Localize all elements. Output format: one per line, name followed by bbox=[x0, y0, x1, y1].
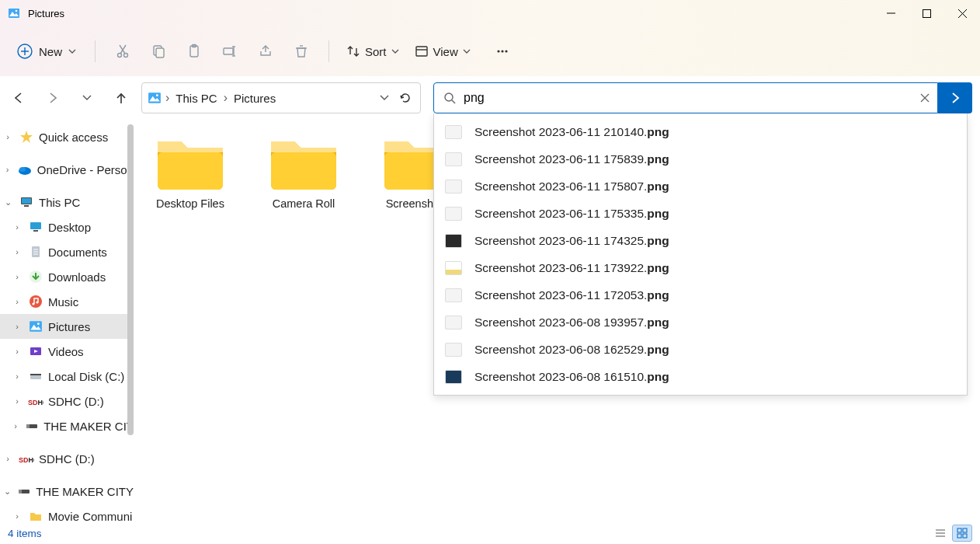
cut-button[interactable] bbox=[106, 36, 139, 67]
suggestion-text: Screenshot 2023-06-11 174325.png bbox=[474, 234, 669, 248]
close-button[interactable] bbox=[944, 0, 980, 26]
paste-button[interactable] bbox=[178, 36, 210, 67]
search-suggestion[interactable]: Screenshot 2023-06-11 173922.png bbox=[434, 254, 967, 281]
tree-item[interactable]: ⌄THE MAKER CITY bbox=[0, 479, 134, 504]
folder-item[interactable]: Desktop Files bbox=[148, 131, 233, 210]
svg-rect-0 bbox=[9, 9, 19, 18]
view-button[interactable]: View bbox=[408, 41, 477, 61]
chevron-right-icon[interactable]: › bbox=[11, 247, 23, 256]
search-suggestion[interactable]: Screenshot 2023-06-08 161510.png bbox=[434, 363, 967, 390]
tree-item[interactable]: ›Music bbox=[0, 289, 134, 314]
forward-button[interactable] bbox=[39, 84, 67, 112]
disk-icon bbox=[28, 368, 43, 384]
breadcrumb-segment[interactable]: Pictures bbox=[231, 90, 279, 106]
suggestion-thumbnail bbox=[445, 234, 462, 248]
chevron-right-icon: › bbox=[224, 91, 228, 105]
clear-search-button[interactable] bbox=[917, 90, 933, 106]
tree-item[interactable]: ›THE MAKER CIT bbox=[0, 413, 134, 438]
pictures-icon bbox=[28, 319, 43, 334]
folder-item[interactable]: Camera Roll bbox=[261, 131, 346, 210]
share-button[interactable] bbox=[249, 36, 282, 67]
folder-label: Camera Roll bbox=[273, 197, 335, 210]
address-bar[interactable]: › This PC › Pictures bbox=[141, 82, 421, 113]
sort-button[interactable]: Sort bbox=[340, 41, 405, 61]
status-bar: 4 items bbox=[0, 522, 980, 544]
tree-item[interactable]: ›Videos bbox=[0, 339, 134, 364]
search-suggestion[interactable]: Screenshot 2023-06-08 162529.png bbox=[434, 336, 967, 363]
tree-item[interactable]: ›Local Disk (C:) bbox=[0, 364, 134, 389]
chevron-right-icon[interactable]: › bbox=[2, 454, 14, 463]
tree-item[interactable]: ›Pictures bbox=[0, 314, 134, 339]
search-input[interactable] bbox=[464, 91, 909, 105]
tree-item[interactable]: ›SDHCSDHC (D:) bbox=[0, 389, 134, 413]
back-button[interactable] bbox=[5, 84, 33, 112]
tree-item[interactable]: ›Quick access bbox=[0, 124, 134, 149]
delete-button[interactable] bbox=[285, 36, 318, 67]
maximize-button[interactable] bbox=[909, 0, 944, 26]
chevron-right-icon[interactable]: › bbox=[11, 272, 23, 281]
rename-button[interactable] bbox=[214, 36, 246, 67]
tree-item-label: Pictures bbox=[48, 320, 90, 333]
tree-item[interactable]: ›SDHCSDHC (D:) bbox=[0, 446, 134, 471]
chevron-right-icon[interactable]: › bbox=[2, 132, 14, 141]
chevron-right-icon[interactable]: › bbox=[11, 511, 23, 521]
search-go-button[interactable] bbox=[938, 82, 972, 113]
chevron-right-icon[interactable]: › bbox=[11, 222, 23, 232]
svg-rect-42 bbox=[24, 205, 29, 207]
new-button[interactable]: New bbox=[9, 39, 84, 64]
suggestion-thumbnail bbox=[445, 125, 462, 139]
suggestion-text: Screenshot 2023-06-11 175839.png bbox=[474, 152, 669, 166]
sort-label: Sort bbox=[365, 45, 387, 58]
tree-item[interactable]: ›Desktop bbox=[0, 214, 134, 239]
search-suggestion[interactable]: Screenshot 2023-06-11 174325.png bbox=[434, 227, 967, 254]
separator bbox=[328, 40, 329, 62]
chevron-right-icon[interactable]: › bbox=[11, 396, 23, 406]
minimize-button[interactable] bbox=[873, 0, 909, 26]
chevron-right-icon[interactable]: › bbox=[11, 297, 23, 306]
search-suggestion[interactable]: Screenshot 2023-06-11 175807.png bbox=[434, 173, 967, 200]
svg-point-33 bbox=[445, 93, 453, 101]
more-button[interactable] bbox=[486, 36, 519, 67]
search-icon bbox=[443, 92, 456, 104]
usb-icon bbox=[17, 483, 31, 499]
tree-item-label: Videos bbox=[48, 345, 84, 358]
suggestion-text: Screenshot 2023-06-11 175807.png bbox=[474, 180, 669, 194]
folder-label: Desktop Files bbox=[156, 197, 224, 210]
tree-item-label: Quick access bbox=[39, 131, 108, 144]
svg-point-2 bbox=[16, 10, 18, 12]
tree-item[interactable]: ›Documents bbox=[0, 239, 134, 264]
chevron-right-icon[interactable]: › bbox=[2, 165, 13, 174]
app-icon bbox=[6, 5, 22, 21]
search-suggestion[interactable]: Screenshot 2023-06-08 193957.png bbox=[434, 309, 967, 336]
view-icon bbox=[415, 44, 429, 58]
up-button[interactable] bbox=[107, 84, 135, 112]
details-view-button[interactable] bbox=[930, 525, 950, 542]
tree-item[interactable]: ›Movie Communi bbox=[0, 504, 134, 522]
chevron-down-icon[interactable]: ⌄ bbox=[2, 197, 14, 207]
tree-item-label: Downloads bbox=[48, 270, 106, 284]
scrollbar-thumb[interactable] bbox=[127, 124, 134, 435]
copy-button[interactable] bbox=[142, 36, 175, 67]
svg-rect-66 bbox=[158, 152, 223, 190]
icons-view-button[interactable] bbox=[952, 525, 972, 542]
tree-item[interactable]: ›OneDrive - Person bbox=[0, 157, 134, 182]
recent-locations-button[interactable] bbox=[73, 84, 101, 112]
navigation-tree[interactable]: ›Quick access›OneDrive - Person⌄This PC›… bbox=[0, 120, 134, 522]
svg-text:SDHC: SDHC bbox=[28, 399, 43, 406]
svg-rect-41 bbox=[22, 198, 31, 204]
tree-item[interactable]: ›Downloads bbox=[0, 264, 134, 289]
refresh-button[interactable] bbox=[395, 88, 415, 108]
search-suggestion[interactable]: Screenshot 2023-06-11 172053.png bbox=[434, 281, 967, 309]
search-suggestion[interactable]: Screenshot 2023-06-11 175839.png bbox=[434, 145, 967, 173]
search-suggestion[interactable]: Screenshot 2023-06-11 175335.png bbox=[434, 200, 967, 227]
chevron-right-icon[interactable]: › bbox=[11, 347, 23, 356]
chevron-right-icon[interactable]: › bbox=[11, 322, 23, 331]
tree-item[interactable]: ⌄This PC bbox=[0, 190, 134, 214]
breadcrumb-segment[interactable]: This PC bbox=[172, 90, 220, 106]
chevron-right-icon[interactable]: › bbox=[11, 421, 20, 431]
address-dropdown-button[interactable] bbox=[377, 90, 392, 106]
chevron-right-icon[interactable]: › bbox=[11, 371, 23, 381]
search-bar[interactable] bbox=[433, 82, 938, 113]
search-suggestion[interactable]: Screenshot 2023-06-11 210140.png bbox=[434, 118, 967, 145]
chevron-down-icon[interactable]: ⌄ bbox=[2, 486, 12, 497]
